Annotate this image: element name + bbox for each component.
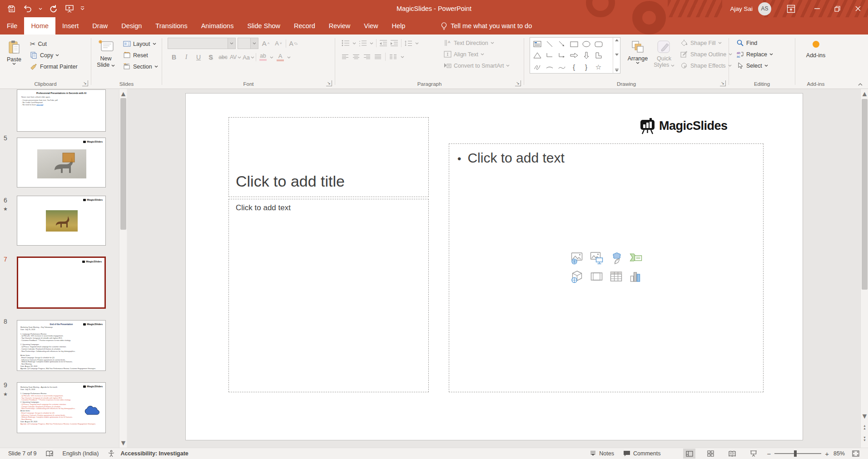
- shapes-scroll-down-icon[interactable]: [615, 54, 619, 56]
- addins-button[interactable]: Add-ins: [795, 38, 836, 82]
- avatar[interactable]: AS: [758, 2, 771, 15]
- character-spacing-button[interactable]: AV: [230, 52, 241, 63]
- italic-button[interactable]: I: [181, 52, 192, 63]
- stock-images-icon[interactable]: [570, 251, 584, 265]
- tab-slide-show[interactable]: Slide Show: [240, 17, 287, 35]
- cut-button[interactable]: ✂ Cut: [28, 38, 79, 49]
- pictures-icon[interactable]: [590, 251, 603, 265]
- strikethrough-button[interactable]: abc: [218, 52, 228, 63]
- user-name[interactable]: Ajay Sai: [730, 5, 753, 12]
- shape-oval[interactable]: [580, 39, 592, 49]
- paste-button[interactable]: Paste: [4, 36, 25, 80]
- copy-button[interactable]: Copy: [28, 49, 79, 61]
- shape-l-shape[interactable]: [592, 50, 605, 61]
- slide-4-thumbnail[interactable]: Professional Presentations in Seconds wi…: [17, 89, 106, 132]
- content-placeholder[interactable]: • Click to add text: [449, 143, 764, 392]
- shape-line-arrow[interactable]: [556, 39, 568, 49]
- grow-font-button[interactable]: A˄: [260, 38, 271, 49]
- tab-record[interactable]: Record: [287, 17, 322, 35]
- zoom-in-button[interactable]: +: [825, 450, 829, 458]
- shape-curve[interactable]: [556, 62, 568, 73]
- panel-scroll-up-icon[interactable]: ▲: [119, 90, 127, 98]
- minimize-button[interactable]: [807, 0, 827, 17]
- fit-slide-to-window-icon[interactable]: [849, 449, 862, 459]
- shape-down-arrow[interactable]: [580, 50, 592, 61]
- select-button[interactable]: Select: [734, 60, 775, 71]
- shape-right-arrow[interactable]: [568, 50, 580, 61]
- smartart-icon[interactable]: [629, 251, 642, 265]
- tab-file[interactable]: File: [0, 17, 24, 35]
- tab-draw[interactable]: Draw: [85, 17, 114, 35]
- shape-elbow-connector[interactable]: [543, 50, 556, 61]
- shapes-scroll-up-icon[interactable]: [615, 39, 619, 41]
- slide-sorter-view-button[interactable]: [704, 449, 717, 459]
- ribbon-display-options-icon[interactable]: [783, 0, 799, 17]
- collapse-ribbon-icon[interactable]: [858, 83, 863, 86]
- align-right-icon[interactable]: [363, 54, 371, 60]
- shape-triangle[interactable]: [531, 50, 543, 61]
- slide-5-thumbnail[interactable]: MagicSlides: [17, 138, 106, 188]
- panel-scroll-down-icon[interactable]: ▼: [119, 439, 127, 447]
- zoom-slider-thumb[interactable]: [794, 450, 797, 457]
- change-case-button[interactable]: Aa: [243, 52, 254, 63]
- tab-review[interactable]: Review: [322, 17, 357, 35]
- justify-icon[interactable]: [374, 54, 382, 60]
- slide-indicator[interactable]: Slide 7 of 9: [0, 448, 41, 459]
- shape-fill-button[interactable]: Shape Fill: [679, 37, 734, 49]
- zoom-out-button[interactable]: −: [767, 450, 771, 458]
- tab-design[interactable]: Design: [114, 17, 149, 35]
- font-size-combo[interactable]: [238, 38, 258, 49]
- scroll-up-icon[interactable]: ▲: [861, 90, 868, 98]
- text-shadow-button[interactable]: S: [205, 52, 216, 63]
- clear-formatting-button[interactable]: A▱: [288, 38, 299, 49]
- table-icon[interactable]: [609, 270, 623, 283]
- convert-to-smartart-button[interactable]: Convert to SmartArt: [442, 60, 511, 71]
- shape-line[interactable]: [543, 39, 556, 49]
- video-icon[interactable]: [590, 270, 603, 283]
- shape-rounded-rectangle[interactable]: [592, 39, 605, 49]
- panel-scrollbar-thumb[interactable]: [120, 98, 126, 230]
- 3d-models-icon[interactable]: [570, 270, 584, 283]
- zoom-level[interactable]: 85%: [829, 448, 849, 459]
- slide-show-view-button[interactable]: [747, 449, 759, 459]
- shape-arc[interactable]: [543, 62, 556, 73]
- quick-styles-button[interactable]: Quick Styles: [652, 36, 676, 80]
- tab-transitions[interactable]: Transitions: [149, 17, 194, 35]
- restore-button[interactable]: [827, 0, 848, 17]
- replace-button[interactable]: abac Replace: [734, 49, 775, 60]
- slide-6-thumbnail[interactable]: MagicSlides: [17, 196, 106, 246]
- accessibility-icon[interactable]: [103, 448, 119, 459]
- icons-icon[interactable]: [609, 251, 623, 265]
- underline-button[interactable]: U: [193, 52, 204, 63]
- tab-insert[interactable]: Insert: [55, 17, 85, 35]
- format-painter-button[interactable]: Format Painter: [28, 61, 79, 72]
- layout-button[interactable]: Layout: [121, 38, 160, 49]
- tell-me-box[interactable]: Tell me what you want to do: [441, 17, 532, 35]
- increase-indent-icon[interactable]: [390, 40, 398, 46]
- scroll-down-icon[interactable]: ▼: [861, 412, 868, 420]
- shape-text-box[interactable]: [531, 39, 543, 49]
- shape-rectangle[interactable]: [568, 39, 580, 49]
- bullets-icon[interactable]: [342, 40, 350, 46]
- numbering-icon[interactable]: [359, 40, 367, 46]
- shape-outline-button[interactable]: Shape Outline: [679, 49, 734, 60]
- reset-button[interactable]: Reset: [121, 49, 160, 61]
- main-scrollbar-thumb[interactable]: [862, 99, 868, 290]
- accessibility-status[interactable]: Accessibility: Investigate: [119, 448, 193, 459]
- slide-canvas[interactable]: MagicSlides Click to add title Click to …: [185, 93, 803, 440]
- close-button[interactable]: [848, 0, 868, 17]
- slide-7-thumbnail[interactable]: MagicSlides: [17, 257, 106, 309]
- previous-slide-button[interactable]: ▲▲: [861, 423, 868, 431]
- next-slide-button[interactable]: ▼▼: [861, 435, 868, 443]
- tab-home[interactable]: Home: [24, 17, 55, 35]
- slide-8-thumbnail[interactable]: MagicSlides End of the Presentation Mark…: [17, 320, 106, 371]
- comments-button[interactable]: Comments: [619, 448, 665, 459]
- decrease-indent-icon[interactable]: [379, 40, 387, 46]
- font-name-combo[interactable]: [168, 38, 236, 49]
- find-button[interactable]: Find: [734, 37, 775, 49]
- language-indicator[interactable]: English (India): [58, 448, 104, 459]
- notes-button[interactable]: Notes: [585, 448, 619, 459]
- drawing-dialog-launcher-icon[interactable]: ↘: [720, 80, 726, 86]
- slide-9-thumbnail[interactable]: MagicSlides Marketing Team Meeting – Age…: [17, 382, 106, 433]
- clipboard-dialog-launcher-icon[interactable]: ↘: [82, 80, 88, 86]
